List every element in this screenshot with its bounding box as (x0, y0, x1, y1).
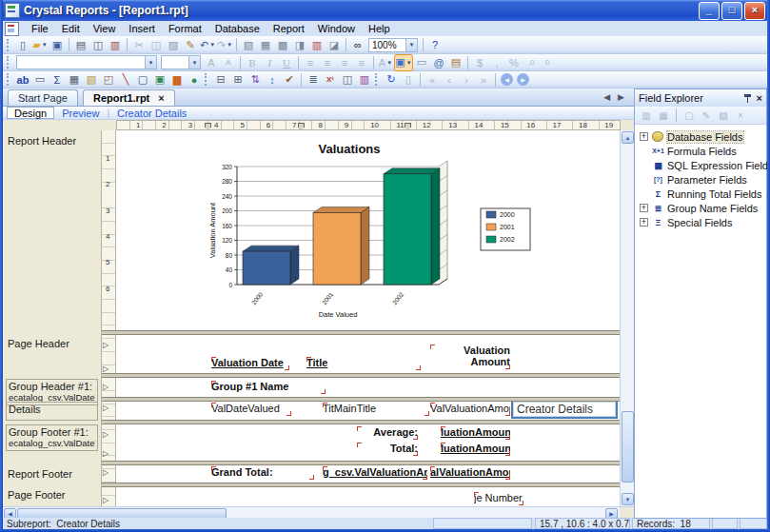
tab-design[interactable]: Design (7, 107, 54, 119)
currency-icon[interactable]: $ (471, 55, 488, 70)
font-size-combo[interactable]: ▼ (161, 55, 201, 69)
print-preview-icon[interactable]: ◫ (89, 37, 107, 52)
label-grand-total[interactable]: Grand Total: (211, 466, 314, 480)
tab-close-icon[interactable]: × (158, 92, 164, 104)
increase-font-icon[interactable]: A (203, 55, 220, 70)
maximize-button[interactable]: □ (721, 2, 742, 20)
group-sort-expert-icon[interactable]: ⇅ (247, 72, 264, 88)
combo-dropdown-icon[interactable]: ▼ (145, 56, 156, 69)
outline-icon[interactable]: ▭ (413, 55, 430, 70)
stop-icon[interactable]: ▯ (400, 72, 417, 88)
increase-decimals-icon[interactable]: .0 (523, 55, 540, 70)
section-report-header[interactable]: Report Header (6, 134, 98, 148)
repository-explorer-icon[interactable]: ◨ (291, 37, 308, 52)
toolbar-grip[interactable] (375, 73, 379, 86)
olap-expert-icon[interactable]: ◫ (339, 72, 356, 88)
toolbar-grip[interactable] (7, 56, 10, 69)
toolbar-grip[interactable] (205, 73, 208, 86)
insert-summary-icon[interactable]: Σ (49, 72, 66, 88)
section-report-footer[interactable]: Report Footer (6, 467, 98, 482)
section-page-header[interactable]: Page Header (6, 337, 98, 351)
find-icon[interactable]: ∞ (349, 37, 366, 52)
tab-start-page[interactable]: Start Page (8, 89, 78, 106)
field-tit-main-title[interactable]: TitMainTitle (323, 403, 429, 416)
scroll-up-icon[interactable]: ▲ (622, 131, 634, 144)
help-icon[interactable]: ? (426, 37, 444, 52)
new-report-icon[interactable]: ▯ (14, 37, 31, 52)
insert-box-icon[interactable]: ▢ (134, 72, 151, 88)
fe-rename-icon[interactable]: ▧ (716, 108, 731, 122)
database-expert-icon[interactable]: ⊟ (212, 72, 229, 88)
tab-creator-details[interactable]: Creator Details (109, 108, 194, 119)
toolbar-grip[interactable] (7, 73, 10, 86)
percent-icon[interactable]: % (505, 55, 523, 70)
format-painter-icon[interactable]: ✎ (182, 37, 199, 52)
record-sort-expert-icon[interactable]: ↕ (264, 72, 281, 88)
insert-field-icon[interactable]: ▭ (31, 72, 49, 88)
label-total[interactable]: Total: (357, 443, 418, 456)
nav-first-icon[interactable]: « (424, 72, 441, 88)
combo-dropdown-icon[interactable]: ▼ (405, 39, 417, 51)
field-valuation-date-header[interactable]: Valuation Date (211, 357, 289, 370)
tab-preview[interactable]: Preview (54, 108, 107, 119)
field-average-amount[interactable]: luationAmount (441, 426, 510, 440)
fe-browse-data-icon[interactable]: ▦ (656, 108, 671, 122)
select-expert-icon[interactable]: ✔ (281, 72, 298, 88)
insert-crosstab-icon[interactable]: ▦ (66, 72, 83, 88)
menu-format[interactable]: Format (162, 22, 208, 35)
paste-icon[interactable]: ▨ (165, 37, 182, 52)
insert-ole-object-icon[interactable]: ◰ (100, 72, 117, 88)
vertical-scrollbar[interactable]: ▲ ▼ (620, 130, 634, 506)
menu-edit[interactable]: Edit (55, 22, 87, 35)
insert-hyperlink-icon[interactable]: @ (430, 55, 447, 70)
italic-icon[interactable]: I (261, 55, 278, 70)
section-divider[interactable] (102, 397, 620, 402)
insert-subreport-icon[interactable]: ▧ (83, 72, 100, 88)
menu-help[interactable]: Help (362, 22, 397, 35)
align-right-icon[interactable]: ≡ (336, 55, 353, 70)
tab-scroll-right-icon[interactable]: ▶ (618, 92, 624, 102)
panel-close-icon[interactable]: × (757, 93, 762, 104)
tree-item-group-name-fields[interactable]: +≣Group Name Fields (635, 201, 766, 215)
underline-icon[interactable]: U (278, 55, 295, 70)
nav-forward-icon[interactable]: ▶ (517, 73, 529, 86)
section-divider[interactable] (102, 483, 620, 487)
align-left-icon[interactable]: ≡ (302, 55, 319, 70)
insert-chart-icon[interactable]: ▆ (168, 72, 186, 88)
insert-map-icon[interactable]: ● (186, 72, 203, 88)
workbench-icon[interactable]: ◪ (326, 37, 343, 52)
insert-text-object-icon[interactable]: ab (14, 72, 31, 88)
expand-icon[interactable]: + (640, 132, 648, 141)
undo-icon[interactable]: ↶▼ (199, 37, 216, 52)
font-name-combo[interactable]: ▼ (16, 55, 157, 69)
cut-icon[interactable]: ✂ (130, 37, 148, 52)
print-icon[interactable]: ▤ (72, 37, 89, 52)
nav-last-icon[interactable]: » (475, 72, 492, 88)
redo-icon[interactable]: ↷▼ (216, 37, 233, 52)
thousands-icon[interactable]: , (488, 55, 505, 70)
report-canvas[interactable]: Valuations040801201602002402803202000200… (116, 130, 620, 506)
expand-icon[interactable]: + (640, 218, 648, 227)
field-explorer-toggle-icon[interactable]: ▦ (257, 37, 274, 52)
nav-back-icon[interactable]: ◀ (501, 73, 513, 86)
export-icon[interactable]: ▥ (107, 37, 124, 52)
field-grand-total-1[interactable]: g_csv.ValValuationAmount (323, 466, 427, 480)
fe-new-icon[interactable]: ▢ (681, 108, 697, 122)
tree-item-running-total-fields[interactable]: ΣRunning Total Fields (635, 187, 766, 201)
dependency-checker-icon[interactable]: ▥ (308, 37, 326, 52)
background-color-icon[interactable]: ▣▼ (394, 54, 413, 71)
group-expert-icon[interactable]: ⊞ (229, 72, 247, 88)
toggle-group-tree-icon[interactable]: ▧ (240, 37, 257, 52)
field-title-header[interactable]: Title (306, 357, 421, 370)
tree-item-special-fields[interactable]: +ΞSpecial Fields (635, 215, 766, 229)
subreport-creator-details[interactable]: Creator Details (511, 400, 618, 419)
section-divider[interactable] (102, 330, 620, 335)
menu-insert[interactable]: Insert (122, 22, 162, 35)
decrease-decimals-icon[interactable]: 0. (540, 55, 557, 70)
close-button[interactable]: × (744, 2, 765, 20)
scroll-down-icon[interactable]: ▼ (622, 493, 634, 505)
field-group-name[interactable]: Group #1 Name (211, 381, 326, 394)
section-divider[interactable] (102, 420, 620, 424)
font-color-icon[interactable]: A▼ (377, 55, 394, 70)
chart-object[interactable]: Valuations040801201602002402803202000200… (207, 140, 535, 330)
